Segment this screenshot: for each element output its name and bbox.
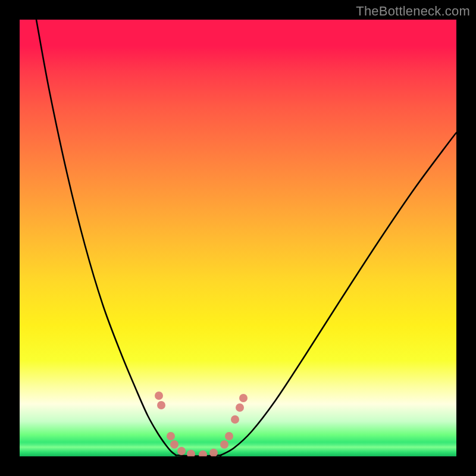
- marker-right-lower-2: [225, 432, 233, 440]
- marker-left-upper-2: [157, 401, 165, 409]
- chart-frame: TheBottleneck.com: [0, 0, 476, 476]
- marker-valley-4: [209, 449, 218, 456]
- marker-right-upper-3: [239, 394, 248, 402]
- marker-group: [155, 392, 248, 456]
- marker-left-lower-2: [170, 440, 178, 449]
- marker-right-upper-1: [231, 415, 239, 424]
- curve-layer: [20, 20, 456, 456]
- marker-valley-3: [199, 450, 207, 456]
- marker-valley-1: [177, 447, 186, 455]
- marker-right-upper-2: [236, 403, 244, 412]
- watermark-text: TheBottleneck.com: [356, 4, 470, 19]
- marker-right-lower-1: [220, 440, 228, 449]
- bottleneck-curve: [36, 20, 456, 456]
- marker-valley-2: [187, 450, 195, 456]
- plot-area: [20, 20, 456, 456]
- marker-left-lower-1: [167, 432, 175, 440]
- marker-left-upper-1: [155, 392, 163, 400]
